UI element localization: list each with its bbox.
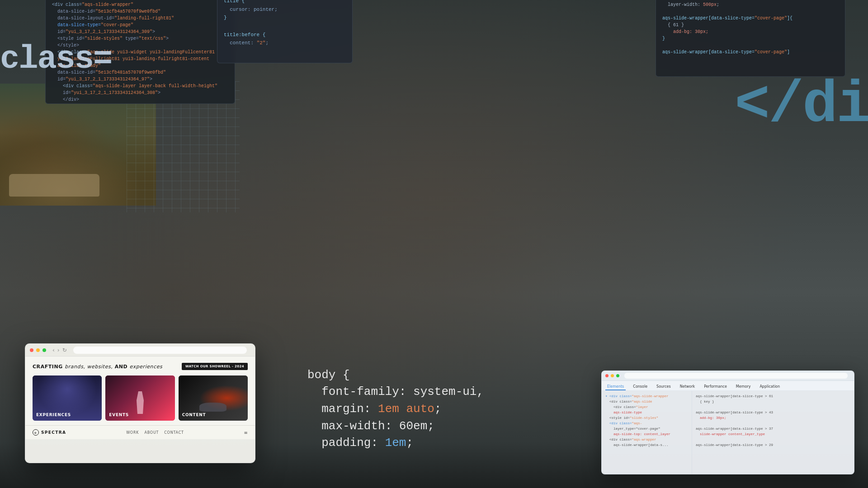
code-line: data-slice-layout-id="landing-full-right… xyxy=(52,15,228,22)
card-content[interactable]: CONTENT xyxy=(179,375,248,421)
devtools-style-line xyxy=(696,421,850,426)
class-code-text: class= xyxy=(0,41,112,78)
site-cards-container: EXPERIENCES EVENTS CONTENT xyxy=(33,375,248,421)
code-line: layer-width: 500px; xyxy=(662,1,839,8)
watch-button[interactable]: WATCH OUR SHOWREEL - 2024 xyxy=(182,363,248,370)
browser-url-bar[interactable] xyxy=(73,347,247,354)
nav-work[interactable]: WORK xyxy=(126,431,139,435)
browser-nav: ‹ › ↻ xyxy=(52,347,67,353)
card-events[interactable]: EVENTS xyxy=(105,375,175,421)
devtools-close-dot[interactable] xyxy=(605,374,609,377)
devtools-max-dot[interactable] xyxy=(616,374,619,377)
tab-console[interactable]: Console xyxy=(631,384,649,390)
browser-close-dot[interactable] xyxy=(30,348,33,352)
devtools-code-line: <style id="slide-styles" xyxy=(605,415,688,421)
code-line: data-slice-type="cover-page" xyxy=(52,22,228,28)
logo-icon: ⊙ xyxy=(33,429,39,436)
tab-elements[interactable]: Elements xyxy=(605,384,626,390)
devtools-code-line: ▾ <div class="aqs-slide-wrapper xyxy=(605,394,688,399)
css-line-5: padding: 1em; xyxy=(307,435,484,452)
forward-arrow-icon[interactable]: › xyxy=(57,347,60,353)
css-code-block: body { font-family: system-ui, margin: 1… xyxy=(307,367,484,452)
devtools-style-line xyxy=(696,437,850,442)
code-line: aqs-slide-wrapper[data-slice-type="cover… xyxy=(662,15,839,22)
tab-memory[interactable]: Memory xyxy=(734,384,753,390)
logo-text: SPECTRA xyxy=(41,430,66,435)
devtools-code-line: aqs-slide-top: content_layer xyxy=(605,432,688,437)
code-line: id="yui_3_17_2_1_1733343124364_309"> xyxy=(52,28,228,35)
code-line: aqs-slide-wrapper[data-slice-type="cover… xyxy=(662,49,839,56)
code-line xyxy=(662,8,839,15)
devtools-body: ▾ <div class="aqs-slide-wrapper <div cla… xyxy=(602,391,854,474)
code-line: add-bg: 30px; xyxy=(662,28,839,35)
nav-about[interactable]: ABOUT xyxy=(144,431,159,435)
devtools-style-line: aqs-slide-wrapper[data-slice-type > 29 xyxy=(696,442,850,448)
devtools-code-line: <div class="layer xyxy=(605,404,688,410)
code-line: title { xyxy=(224,0,346,5)
site-tagline: CRAFTING brands, websites, AND experienc… xyxy=(33,363,248,370)
card-content-label: CONTENT xyxy=(182,413,206,417)
devtools-style-line: { key } xyxy=(696,399,850,404)
tab-performance[interactable]: Performance xyxy=(702,384,729,390)
css-line-2: font-family: system-ui, xyxy=(307,384,484,401)
browser-chrome: ‹ › ↻ xyxy=(25,344,255,357)
code-panel-topright: layer-width: 500px; aqs-slide-wrapper[da… xyxy=(656,0,845,77)
site-nav: WORK ABOUT CONTACT xyxy=(126,431,184,435)
code-line: } xyxy=(224,14,346,22)
site-logo: ⊙ SPECTRA xyxy=(33,429,66,436)
card-experiences[interactable]: EXPERIENCES xyxy=(33,375,102,421)
tagline-italic2: experiences xyxy=(130,364,163,370)
tagline-text: CRAFTING brands, websites, AND experienc… xyxy=(33,364,162,370)
devtools-tabs: Elements Console Sources Network Perform… xyxy=(602,381,854,391)
code-line: </div> xyxy=(52,96,228,103)
css-line-1: body { xyxy=(307,367,484,384)
code-line: title:before { xyxy=(224,31,346,39)
browser-max-dot[interactable] xyxy=(42,348,46,352)
devtools-style-line: aqs-slide-wrapper[data-slice-type > 37 xyxy=(696,426,850,432)
devtools-titlebar xyxy=(602,371,854,381)
devtools-code-line: <div class="aqs-slide xyxy=(605,399,688,404)
devtools-code-line: <div class="aqs- xyxy=(605,421,688,426)
tab-network[interactable]: Network xyxy=(678,384,697,390)
code-line: <div class="aqs-slide-layer layer-back f… xyxy=(52,83,228,89)
code-line xyxy=(662,42,839,49)
website-content: CRAFTING brands, websites, AND experienc… xyxy=(25,357,255,425)
tab-application[interactable]: Application xyxy=(758,384,782,390)
devtools-style-line: aqs-slide-wrapper[data-slice-type > 61 xyxy=(696,394,850,399)
code-line: data-slice-id="5e13cfb4a57070f9we0fbd" xyxy=(52,8,228,15)
code-line: } xyxy=(662,35,839,42)
css-line-4: max-width: 60em; xyxy=(307,418,484,435)
devtools-code-line: layer_type="cover-page" xyxy=(605,426,688,432)
hamburger-icon[interactable]: ≡ xyxy=(244,430,248,435)
tagline-italic1: brands, websites, xyxy=(65,364,113,370)
devtools-style-line: add-bg: 30px; xyxy=(696,415,850,421)
devtools-code-line: aqs-slide-wrapper[data-s... xyxy=(605,442,688,448)
code-line: content: "2"; xyxy=(224,39,346,47)
refresh-icon[interactable]: ↻ xyxy=(62,347,67,353)
css-line-3: margin: 1em auto; xyxy=(307,401,484,418)
code-line xyxy=(224,22,346,31)
tab-sources[interactable]: Sources xyxy=(655,384,673,390)
code-panel-topcenter: title { cursor: pointer; } title:before … xyxy=(217,0,353,63)
browser-min-dot[interactable] xyxy=(36,348,40,352)
devtools-code-line: <div class="aqs-wrapper xyxy=(605,437,688,442)
code-line: id="yui_3_17_2_1_1733343124364_308"> xyxy=(52,89,228,96)
devtools-code-line: aqs-slide-type xyxy=(605,410,688,415)
devtools-min-dot[interactable] xyxy=(611,374,614,377)
nav-contact[interactable]: CONTACT xyxy=(164,431,184,435)
code-line: { 61 } xyxy=(662,22,839,28)
devtools-style-line xyxy=(696,404,850,410)
devtools-html-panel: ▾ <div class="aqs-slide-wrapper <div cla… xyxy=(602,391,692,474)
card-experiences-label: EXPERIENCES xyxy=(36,413,71,417)
browser-window-main: ‹ › ↻ CRAFTING brands, websites, AND exp… xyxy=(25,343,255,463)
devtools-panel: Elements Console Sources Network Perform… xyxy=(601,371,854,474)
back-arrow-icon[interactable]: ‹ xyxy=(52,347,55,353)
code-line: <div class="aqs-slide-layer ..."> xyxy=(52,103,228,104)
card-events-label: EVENTS xyxy=(109,413,129,417)
devtools-style-line: slide-wrapper content_layer_type xyxy=(696,432,850,437)
devtools-styles-panel: aqs-slide-wrapper[data-slice-type > 61 {… xyxy=(692,391,854,474)
devtools-url-bar xyxy=(624,373,848,379)
code-line: <div class="aqs-slide-wrapper" xyxy=(52,1,228,8)
div-closing-text: </div xyxy=(735,72,868,139)
devtools-style-line: aqs-slide-wrapper[data-slice-type > 43 xyxy=(696,410,850,415)
